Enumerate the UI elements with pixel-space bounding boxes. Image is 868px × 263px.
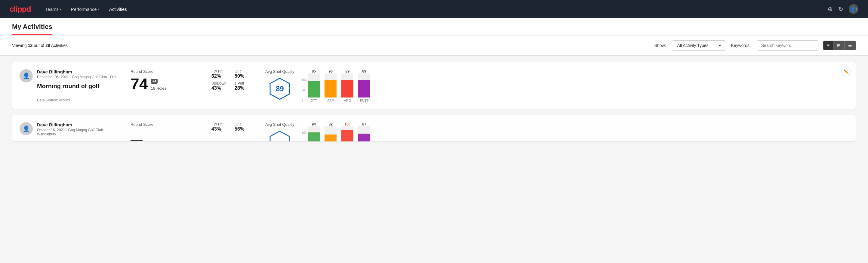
gir-label: GIR: [235, 122, 251, 126]
data-source: Data Source: Arccos: [37, 98, 116, 102]
updown-value: 43%: [211, 85, 227, 91]
round-score-section: Round Score 74 +4 18 Holes: [130, 69, 197, 95]
avatar[interactable]: 👤 ▾: [849, 4, 858, 14]
activity-title: Morning round of golf: [37, 83, 116, 90]
divider: [204, 122, 204, 134]
show-label: Show:: [654, 43, 666, 48]
hexagon-container: [265, 130, 294, 142]
holes-count: 18 Holes: [151, 86, 166, 91]
player-name: Dave Billingham: [37, 122, 116, 127]
avg-shot-quality-section: Avg Shot Quality 100 50 0: [265, 122, 404, 142]
player-name: Dave Billingham: [37, 69, 116, 74]
round-score-value: 74: [130, 76, 148, 92]
quality-left: Avg Shot Quality: [265, 122, 294, 142]
divider: [258, 122, 258, 134]
edit-button[interactable]: ✏️: [841, 67, 851, 77]
bar-putt: 87 PUTT: [358, 122, 370, 142]
gir-label: GIR: [235, 69, 251, 74]
activity-card: 👤 Dave Billingham October 16, 2021 - Gog…: [12, 115, 856, 142]
page-header: My Activities: [0, 18, 868, 35]
divider: [258, 69, 258, 102]
hexagon: [268, 130, 292, 142]
gir-value: 50%: [235, 74, 251, 79]
one-putt-value: 28%: [235, 85, 251, 91]
one-putt-item: 1 Putt 28%: [235, 81, 251, 91]
divider: [204, 69, 204, 102]
card-date: December 05, 2021 - Gog Magog Golf Club …: [37, 75, 116, 79]
navbar-right: ⊕ ↻ 👤 ▾: [828, 4, 858, 14]
bars-group: 94 OTT 82 APP: [308, 122, 370, 142]
fw-gir-stats: FW Hit 62% GIR 50% Up/Down 43% 1 Putt 28…: [211, 69, 251, 91]
score-row: [130, 129, 197, 141]
avg-shot-quality-section: Avg Shot Quality 89 100 50 0: [265, 69, 404, 102]
search-input[interactable]: [757, 40, 818, 51]
gir-value: 56%: [235, 126, 251, 132]
chevron-down-icon: ▾: [98, 7, 99, 11]
bar-putt: 89 PUTT: [358, 69, 370, 102]
round-score-label: Round Score: [130, 69, 197, 74]
updown-label: Up/Down: [211, 81, 227, 85]
refresh-icon[interactable]: ↻: [838, 5, 843, 12]
nav-performance[interactable]: Performance ▾: [71, 5, 99, 13]
divider: [123, 122, 123, 134]
card-date: October 16, 2021 - Gog Magog Golf Club -…: [37, 128, 116, 136]
activity-card: ✏️ 👤 Dave Billingham December 05, 2021 -…: [12, 62, 856, 110]
page-title: My Activities: [12, 23, 52, 35]
chevron-down-icon: ▾: [856, 7, 858, 10]
card-info: Dave Billingham December 05, 2021 - Gog …: [37, 69, 116, 102]
chevron-down-icon: ▾: [60, 7, 61, 11]
gir-item: GIR 56%: [235, 122, 251, 132]
card-left: 👤 Dave Billingham December 05, 2021 - Go…: [20, 69, 116, 102]
updown-item: Up/Down 43%: [211, 81, 227, 91]
fw-hit-value: 43%: [211, 126, 227, 132]
svg-marker-1: [270, 131, 289, 142]
fw-hit-item: FW Hit 62%: [211, 69, 227, 79]
fw-hit-label: FW Hit: [211, 69, 227, 74]
round-score-label: Round Score: [130, 122, 197, 127]
nav-activities[interactable]: Activities: [109, 5, 127, 13]
activities-list: ✏️ 👤 Dave Billingham December 05, 2021 -…: [0, 56, 868, 148]
avg-shot-quality-label: Avg Shot Quality: [265, 69, 294, 74]
view-toggle-grid[interactable]: ⊞: [833, 41, 844, 50]
bar-ott: 85 OTT: [308, 69, 320, 102]
hexagon: 89: [268, 77, 292, 101]
view-toggle-compact[interactable]: ≡: [824, 41, 833, 50]
fw-gir-stats: FW Hit 43% GIR 56%: [211, 122, 251, 132]
avatar: 👤: [20, 69, 33, 83]
fw-hit-item: FW Hit 43%: [211, 122, 227, 132]
bar-arg: 89 ARG: [341, 69, 353, 102]
filter-bar: Viewing 12 out of 29 Activities Show: Al…: [0, 35, 868, 56]
fw-hit-label: FW Hit: [211, 122, 227, 126]
score-row: 74 +4 18 Holes: [130, 76, 197, 92]
avatar: 👤: [20, 122, 33, 136]
shot-quality-chart: 100 50 0 85 OTT: [302, 69, 404, 102]
bar-arg: 106 ARG: [341, 122, 353, 142]
view-toggles: ≡ ⊞ ☰: [823, 40, 856, 50]
y-axis: 100 50 0: [302, 131, 307, 142]
keywords-label: Keywords:: [731, 43, 750, 48]
logo: clippd: [10, 4, 31, 14]
chevron-down-icon: ▾: [719, 43, 721, 48]
score-badge: +4: [151, 79, 158, 84]
view-toggle-list[interactable]: ☰: [844, 41, 856, 50]
avg-shot-quality-value: 89: [276, 85, 284, 93]
one-putt-label: 1 Putt: [235, 81, 251, 85]
hexagon-container: 89: [265, 77, 294, 101]
viewing-count-text: Viewing 12 out of 29 Activities: [12, 43, 650, 48]
quality-left: Avg Shot Quality 89: [265, 69, 294, 101]
bar-app: 90 APP: [324, 69, 337, 102]
activity-type-dropdown[interactable]: All Activity Types ▾: [672, 40, 726, 51]
bar-app: 82 APP: [324, 122, 337, 142]
card-left: 👤 Dave Billingham October 16, 2021 - Gog…: [20, 122, 116, 136]
gir-item: GIR 50%: [235, 69, 251, 79]
shot-quality-chart: 100 50 0 94 OTT 82: [302, 122, 404, 142]
navbar: clippd Teams ▾ Performance ▾ Activities …: [0, 0, 868, 18]
round-score-section: Round Score: [130, 122, 197, 142]
card-info: Dave Billingham October 16, 2021 - Gog M…: [37, 122, 116, 136]
y-axis: 100 50 0: [302, 78, 307, 102]
add-icon[interactable]: ⊕: [828, 5, 833, 12]
bars-group: 85 OTT 90 APP: [308, 69, 370, 102]
bar-ott: 94 OTT: [308, 122, 320, 142]
nav-teams[interactable]: Teams ▾: [45, 5, 61, 13]
divider: [123, 69, 123, 102]
